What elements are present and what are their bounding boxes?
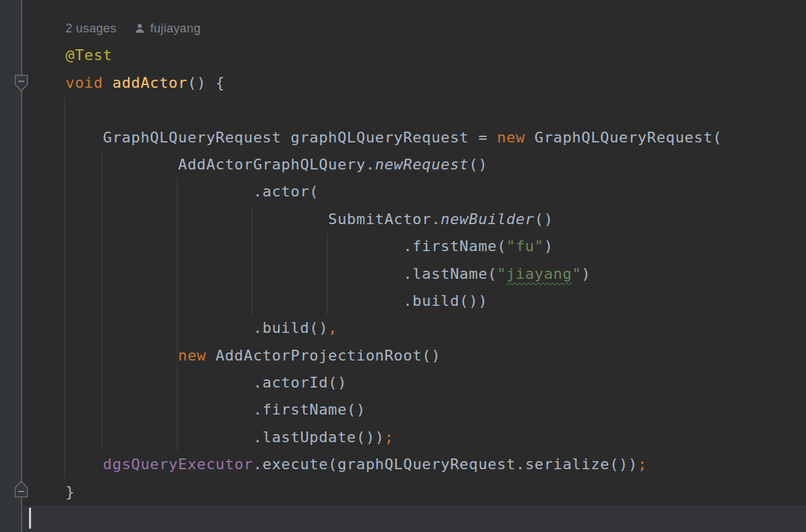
code-token: GraphQLQueryRequest graphQLQueryRequest … — [65, 129, 497, 146]
code-token: .actor( — [65, 183, 319, 200]
fold-collapse-end-icon[interactable] — [14, 480, 29, 501]
code-token — [65, 347, 178, 364]
code-token: SubmitActor. — [65, 211, 441, 228]
code-token: dgsQueryExecutor — [103, 456, 253, 473]
code-token: .lastUpdate()) — [65, 429, 384, 446]
code-line[interactable]: SubmitActor.newBuilder() — [65, 206, 806, 233]
code-token — [65, 456, 103, 473]
code-token: addActor — [113, 74, 188, 91]
usages-hint[interactable]: 2 usages — [65, 22, 116, 36]
code-token: new — [497, 129, 525, 146]
code-line[interactable]: void addActor() { — [65, 70, 806, 97]
code-token: .execute(graphQLQueryRequest.serialize()… — [253, 456, 638, 473]
code-token: } — [65, 483, 75, 500]
code-line[interactable]: } — [65, 479, 806, 506]
person-icon — [134, 23, 145, 34]
code-token: "fu" — [506, 238, 544, 255]
code-token: ) — [544, 238, 554, 255]
code-line[interactable]: .build()) — [65, 288, 806, 315]
code-token: .lastName( — [65, 265, 497, 282]
code-line[interactable]: .firstName() — [65, 396, 806, 423]
code-token: @Test — [65, 47, 112, 63]
code-line[interactable]: .build(), — [65, 315, 806, 342]
code-token: " — [572, 265, 581, 282]
code-token: " — [497, 265, 506, 282]
code-token: ; — [638, 456, 647, 473]
code-token: ) — [581, 265, 591, 282]
code-token: () — [469, 156, 488, 173]
author-hint[interactable]: fujiayang — [134, 22, 200, 36]
text-caret — [29, 508, 31, 529]
code-token: jiayang — [506, 265, 572, 282]
code-line[interactable]: @Test — [65, 42, 806, 69]
code-token: .build() — [65, 319, 328, 336]
code-token: .firstName( — [65, 238, 506, 255]
code-token: .actorId() — [65, 374, 347, 391]
code-vision-hints: 2 usages fujiayang — [65, 15, 806, 42]
code-line[interactable]: .actor( — [65, 178, 806, 205]
code-token: , — [328, 319, 338, 336]
code-token: .firstName() — [65, 401, 366, 418]
code-token: .build()) — [65, 292, 487, 309]
ide-editor: { "editor": { "inlay": { "usages_label":… — [0, 0, 806, 532]
code-line[interactable] — [65, 506, 806, 532]
code-token: void — [65, 74, 103, 91]
code-line[interactable]: AddActorGraphQLQuery.newRequest() — [65, 151, 806, 178]
code-line[interactable]: .actorId() — [65, 369, 806, 396]
code-lines: @Testvoid addActor() { GraphQLQueryReque… — [65, 42, 806, 532]
code-token: newRequest — [375, 156, 469, 173]
code-line[interactable]: .lastUpdate()); — [65, 424, 806, 451]
code-line[interactable]: .lastName("jiayang") — [65, 261, 806, 288]
code-token: AddActorProjectionRoot() — [206, 347, 440, 364]
code-line[interactable]: dgsQueryExecutor.execute(graphQLQueryReq… — [65, 451, 806, 478]
fold-collapse-start-icon[interactable] — [14, 74, 29, 95]
code-line[interactable] — [65, 97, 806, 124]
code-token: new — [178, 347, 207, 364]
code-line[interactable]: new AddActorProjectionRoot() — [65, 342, 806, 369]
code-token — [103, 74, 113, 91]
code-token: newBuilder — [441, 211, 535, 228]
code-token: GraphQLQueryRequest( — [525, 129, 722, 146]
code-line[interactable]: .firstName("fu") — [65, 233, 806, 260]
code-token: ; — [384, 429, 394, 446]
indent-guide — [64, 97, 65, 479]
author-name: fujiayang — [150, 22, 200, 36]
editor-code-area[interactable]: 2 usages fujiayang @Testvoid addActor() … — [65, 15, 806, 532]
code-token: () — [535, 211, 554, 228]
code-token: AddActorGraphQLQuery. — [65, 156, 375, 173]
code-token: () { — [188, 74, 225, 91]
code-line[interactable]: GraphQLQueryRequest graphQLQueryRequest … — [65, 124, 806, 151]
